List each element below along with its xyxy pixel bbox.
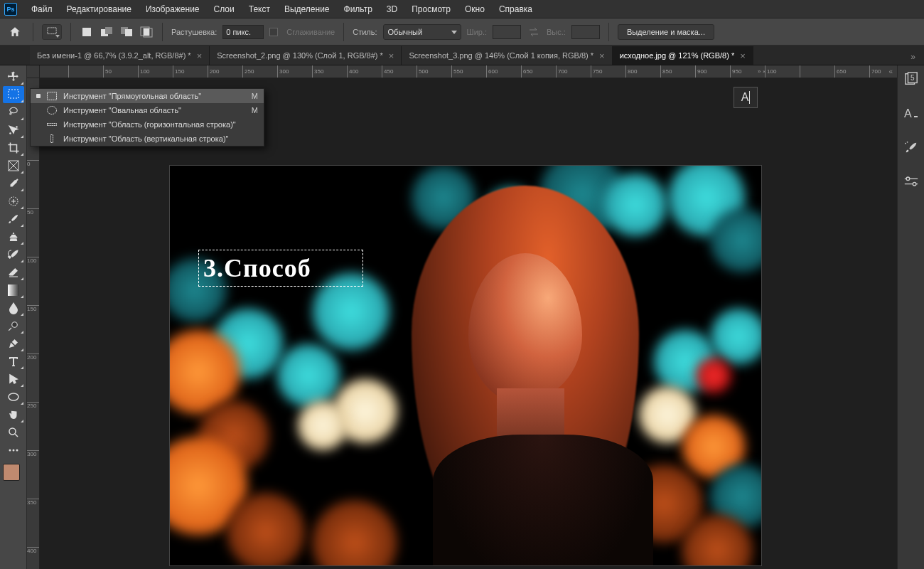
menu-type[interactable]: Текст xyxy=(242,1,277,17)
right-panel-dock: 5 A xyxy=(897,65,924,569)
close-icon[interactable]: × xyxy=(599,50,605,61)
zoom-tool[interactable] xyxy=(3,424,24,441)
intersect-selection-icon[interactable] xyxy=(139,25,154,39)
flyout-shortcut: M xyxy=(252,106,258,115)
antialias-label: Сглаживание xyxy=(286,28,335,36)
home-button[interactable] xyxy=(6,23,24,41)
row-marquee-icon xyxy=(46,119,58,130)
flyout-item-row-marquee[interactable]: Инструмент "Область (горизонтальная стро… xyxy=(31,117,264,132)
close-icon[interactable]: × xyxy=(389,50,394,61)
svg-rect-5 xyxy=(125,29,132,36)
marquee-tool-flyout: Инструмент "Прямоугольная область" M Инс… xyxy=(30,88,264,147)
selection-marquee[interactable]: 3.Способ xyxy=(198,250,363,287)
character-panel-icon[interactable]: A xyxy=(901,102,922,124)
style-select[interactable]: Обычный xyxy=(383,24,461,40)
document-tab[interactable]: исходное.jpg @ 121% (RGB/8) *× xyxy=(613,46,753,65)
menu-bar: Ps Файл Редактирование Изображение Слои … xyxy=(0,0,924,18)
quick-select-tool[interactable] xyxy=(3,122,24,139)
menu-3d[interactable]: 3D xyxy=(380,1,404,17)
dock-expand-button[interactable]: « xyxy=(884,65,897,78)
photo-subject xyxy=(383,186,667,566)
close-icon[interactable]: × xyxy=(740,50,746,61)
crop-tool[interactable] xyxy=(3,139,24,156)
menu-edit[interactable]: Редактирование xyxy=(60,1,139,17)
path-select-tool[interactable] xyxy=(3,371,24,388)
document-tab[interactable]: Screenshot_3.png @ 146% (Слой 1 копия, R… xyxy=(402,46,612,65)
tool-preset-picker[interactable] xyxy=(42,24,62,40)
svg-rect-3 xyxy=(105,27,112,34)
document-tab-label: Screenshot_3.png @ 146% (Слой 1 копия, R… xyxy=(409,51,593,60)
clone-stamp-tool[interactable] xyxy=(3,228,24,245)
horizontal-ruler[interactable]: 5010015020025030035040045050055060065070… xyxy=(40,65,897,78)
menu-file[interactable]: Файл xyxy=(24,1,60,17)
document-canvas[interactable]: 3.Способ xyxy=(169,165,762,566)
shape-tool[interactable] xyxy=(3,388,24,405)
type-tool[interactable] xyxy=(3,353,24,370)
document-tab-label: Без имени-1 @ 66,7% (3.9.2_alt, RGB/8#) … xyxy=(37,51,191,60)
svg-point-10 xyxy=(16,127,17,128)
feather-input[interactable] xyxy=(222,25,264,39)
svg-rect-23 xyxy=(48,124,57,126)
adjustments-panel-icon[interactable] xyxy=(901,171,922,192)
width-input xyxy=(493,25,521,39)
document-tab[interactable]: Без имени-1 @ 66,7% (3.9.2_alt, RGB/8#) … xyxy=(30,46,210,65)
history-panel-icon[interactable]: 5 xyxy=(901,68,922,90)
feather-label: Растушевка: xyxy=(171,28,217,36)
subtract-selection-icon[interactable] xyxy=(119,25,134,39)
marquee-tool[interactable] xyxy=(3,86,24,103)
ruler-origin[interactable] xyxy=(27,65,40,78)
document-tab[interactable]: Screenshot_2.png @ 130% (Слой 1, RGB/8#)… xyxy=(210,46,402,65)
gradient-tool[interactable] xyxy=(3,282,24,299)
add-selection-icon[interactable] xyxy=(100,25,114,39)
canvas-area[interactable]: 5010015020025030035040045050055060065070… xyxy=(27,65,897,569)
svg-point-18 xyxy=(9,450,11,452)
history-brush-tool[interactable] xyxy=(3,246,24,263)
menu-help[interactable]: Справка xyxy=(492,1,539,17)
spot-heal-tool[interactable] xyxy=(3,193,24,210)
svg-rect-24 xyxy=(51,135,53,143)
svg-point-15 xyxy=(11,322,17,328)
pen-tool[interactable] xyxy=(3,335,24,352)
vertical-ruler[interactable]: 050100150200250300350400 xyxy=(27,78,40,569)
lasso-tool[interactable] xyxy=(3,104,24,121)
svg-point-17 xyxy=(9,428,16,435)
close-icon[interactable]: × xyxy=(197,50,203,61)
document-tab-label: Screenshot_2.png @ 130% (Слой 1, RGB/8#)… xyxy=(217,51,383,60)
flyout-label: Инструмент "Область (горизонтальная стро… xyxy=(63,120,252,129)
frame-tool[interactable] xyxy=(3,157,24,174)
select-and-mask-button[interactable]: Выделение и маска... xyxy=(618,24,714,40)
svg-rect-0 xyxy=(48,27,56,33)
svg-rect-21 xyxy=(48,92,57,100)
brush-tool[interactable] xyxy=(3,211,24,228)
divider xyxy=(70,23,71,41)
svg-rect-8 xyxy=(144,28,149,36)
active-dot-icon xyxy=(36,108,41,112)
dodge-tool[interactable] xyxy=(3,317,24,334)
width-label: Шир.: xyxy=(467,28,487,36)
menu-image[interactable]: Изображение xyxy=(139,1,207,17)
eyedropper-tool[interactable] xyxy=(3,175,24,192)
menu-window[interactable]: Окно xyxy=(458,1,492,17)
active-dot-icon xyxy=(36,94,41,98)
menu-select[interactable]: Выделение xyxy=(277,1,337,17)
flyout-item-col-marquee[interactable]: Инструмент "Область (вертикальная строка… xyxy=(31,132,264,146)
ellipse-marquee-icon xyxy=(46,105,58,116)
text-input-overlay[interactable]: A xyxy=(734,87,758,108)
flyout-label: Инструмент "Прямоугольная область" xyxy=(63,92,246,100)
brush-panel-icon[interactable] xyxy=(901,137,922,158)
move-tool[interactable] xyxy=(3,68,24,85)
flyout-item-ellipse-marquee[interactable]: Инструмент "Овальная область" M xyxy=(31,103,264,117)
menu-layer[interactable]: Слои xyxy=(207,1,242,17)
eraser-tool[interactable] xyxy=(3,264,24,281)
foreground-color-swatch[interactable] xyxy=(3,464,20,481)
edit-toolbar-button[interactable] xyxy=(3,442,24,459)
menu-view[interactable]: Просмотр xyxy=(404,1,458,17)
hand-tool[interactable] xyxy=(3,406,24,423)
new-selection-icon[interactable] xyxy=(80,25,94,39)
menu-filter[interactable]: Фильтр xyxy=(337,1,380,17)
svg-text:A: A xyxy=(904,107,912,119)
canvas-text: 3.Способ xyxy=(199,250,362,286)
tab-overflow-button[interactable]: » xyxy=(908,49,918,65)
flyout-item-rect-marquee[interactable]: Инструмент "Прямоугольная область" M xyxy=(31,89,264,103)
blur-tool[interactable] xyxy=(3,299,24,317)
